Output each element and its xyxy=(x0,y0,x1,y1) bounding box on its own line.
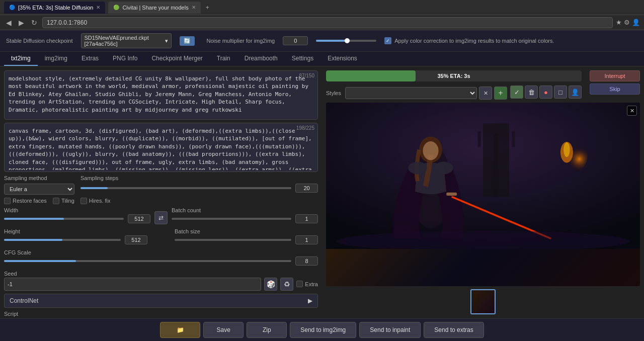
batch-count-value[interactable]: 1 xyxy=(295,214,318,223)
swap-dimensions-button[interactable]: ⇄ xyxy=(154,211,168,224)
tab-img2img[interactable]: img2img xyxy=(38,52,74,66)
tab-extras[interactable]: Extras xyxy=(74,52,106,66)
send-inpaint-button[interactable]: Send to inpaint xyxy=(359,322,421,338)
noise-label: Noise multiplier for img2img xyxy=(207,38,275,44)
tab-close-1[interactable]: ✕ xyxy=(96,5,100,10)
batch-size-slider[interactable] xyxy=(175,239,291,241)
refresh-checkpoint-button[interactable]: 🔄 xyxy=(180,36,195,46)
checkpoint-select[interactable]: SD15NewVAEpruned.ckpt [27a4ac756c] ▾ xyxy=(81,33,172,48)
batch-count-slider[interactable] xyxy=(172,218,291,220)
styles-select[interactable] xyxy=(345,87,477,99)
back-button[interactable]: ◀ xyxy=(4,18,14,28)
controlnet-row[interactable]: ControlNet ▶ xyxy=(4,294,318,308)
noise-value[interactable]: 0 xyxy=(283,36,308,45)
positive-prompt-input[interactable] xyxy=(5,71,317,118)
tab-dreambooth[interactable]: Dreambooth xyxy=(237,52,285,66)
content-area: 87/150 198/225 Sampling method Euler a S… xyxy=(0,66,644,318)
restore-faces-box[interactable] xyxy=(4,198,11,204)
trash-icon-button[interactable]: 🗑 xyxy=(525,86,538,99)
width-value[interactable]: 512 xyxy=(128,214,150,223)
color-icon-button[interactable]: ● xyxy=(539,86,552,99)
svg-rect-13 xyxy=(446,193,457,196)
batch-size-value[interactable]: 1 xyxy=(295,235,318,244)
chevron-down-icon: ▾ xyxy=(165,38,168,44)
cfg-scale-slider-row: 8 xyxy=(4,257,318,266)
svg-rect-3 xyxy=(478,131,481,147)
width-slider[interactable] xyxy=(4,218,124,220)
checked-icon-button[interactable]: ✓ xyxy=(510,86,523,99)
tab-txt2img[interactable]: txt2img xyxy=(4,52,38,66)
tab-settings[interactable]: Settings xyxy=(285,52,320,66)
sampling-method-select[interactable]: Euler a xyxy=(4,184,74,195)
zip-button[interactable]: Zip xyxy=(247,322,287,338)
tab-extensions[interactable]: Extensions xyxy=(320,52,364,66)
restore-faces-label: Restore faces xyxy=(13,198,47,204)
sampling-row: Sampling method Euler a Sampling steps 2… xyxy=(4,175,318,195)
send-extras-button[interactable]: Send to extras xyxy=(424,322,484,338)
checkpoint-label: Stable Diffusion checkpoint xyxy=(6,38,73,44)
color-correction-checkbox[interactable]: ✓ xyxy=(384,37,391,44)
top-right-controls: 35% ETA: 3s Styles ✕ + ✓ 🗑 xyxy=(326,70,640,100)
svg-rect-2 xyxy=(483,124,509,197)
negative-prompt-input[interactable] xyxy=(5,123,317,170)
width-label: Width xyxy=(4,207,150,213)
svg-point-14 xyxy=(408,162,427,175)
batch-count-col: Batch count 1 xyxy=(172,207,318,225)
person-icon-button[interactable]: 👤 xyxy=(569,86,582,99)
tab-train[interactable]: Train xyxy=(210,52,237,66)
image-container: ✕ xyxy=(326,103,640,286)
sampling-steps-value[interactable]: 20 xyxy=(295,184,318,193)
noise-slider[interactable] xyxy=(316,40,376,42)
skip-button[interactable]: Skip xyxy=(590,83,640,95)
hires-fix-checkbox[interactable]: Hires. fix xyxy=(80,198,111,204)
forward-button[interactable]: ▶ xyxy=(17,18,26,28)
generated-image xyxy=(326,103,640,286)
tiling-box[interactable] xyxy=(53,198,59,204)
styles-clear-button[interactable]: ✕ xyxy=(479,87,492,100)
interrupt-skip-col: Interrupt Skip xyxy=(590,70,640,95)
cfg-scale-col: CFG Scale 8 xyxy=(4,249,318,268)
sampling-steps-slider[interactable] xyxy=(80,187,291,189)
extra-label: Extra xyxy=(305,281,318,287)
thumbnail-row xyxy=(326,289,640,314)
svg-point-15 xyxy=(434,162,453,175)
restore-faces-checkbox[interactable]: Restore faces xyxy=(4,198,47,204)
cfg-scale-slider[interactable] xyxy=(4,260,291,262)
seed-recycle-button[interactable]: ♻ xyxy=(280,278,293,291)
seed-random-button[interactable]: 🎲 xyxy=(264,278,277,291)
progress-bar-fill xyxy=(326,70,416,81)
tab-stable-diffusion[interactable]: 🔵 [35% ETA: 3s] Stable Diffusion ✕ xyxy=(4,2,105,14)
tab-civitai[interactable]: 🟢 Civitai | Share your models ✕ xyxy=(108,2,200,14)
close-image-button[interactable]: ✕ xyxy=(627,106,637,116)
tiling-checkbox[interactable]: Tiling xyxy=(53,198,74,204)
extra-checkbox[interactable]: Extra xyxy=(296,281,318,287)
tab-close-2[interactable]: ✕ xyxy=(192,5,196,10)
new-tab-button[interactable]: + xyxy=(204,2,211,13)
hires-fix-label: Hires. fix xyxy=(89,198,111,204)
square-icon-button[interactable]: □ xyxy=(554,86,567,99)
open-folder-button[interactable]: 📁 xyxy=(160,322,200,338)
thumbnail-1[interactable] xyxy=(470,289,496,314)
tab-checkpoint-merger[interactable]: Checkpoint Merger xyxy=(144,52,209,66)
interrupt-button[interactable]: Interrupt xyxy=(590,70,640,81)
save-button[interactable]: Save xyxy=(203,322,244,338)
hires-fix-box[interactable] xyxy=(80,198,87,204)
address-bar[interactable]: 127.0.0.1:7860 xyxy=(42,17,613,28)
height-label: Height xyxy=(4,228,147,234)
styles-apply-button[interactable]: + xyxy=(494,87,507,100)
extra-check-box[interactable] xyxy=(296,281,303,287)
cfg-scale-label: CFG Scale xyxy=(4,249,318,255)
sampling-steps-col: Sampling steps 20 xyxy=(80,175,318,195)
seed-label: Seed xyxy=(4,271,318,277)
style-controls-row: Styles ✕ + ✓ 🗑 ● □ 👤 xyxy=(326,84,582,100)
height-value[interactable]: 512 xyxy=(125,235,147,244)
height-col: Height 512 xyxy=(4,228,147,246)
width-slider-row: 512 xyxy=(4,214,150,223)
cfg-scale-value[interactable]: 8 xyxy=(295,257,318,266)
height-slider[interactable] xyxy=(4,239,121,241)
reload-button[interactable]: ↻ xyxy=(29,18,39,28)
controlnet-arrow-icon: ▶ xyxy=(308,297,312,304)
send-img2img-button[interactable]: Send to img2img xyxy=(290,322,356,338)
seed-input[interactable] xyxy=(4,278,261,291)
tab-png-info[interactable]: PNG Info xyxy=(106,52,144,66)
